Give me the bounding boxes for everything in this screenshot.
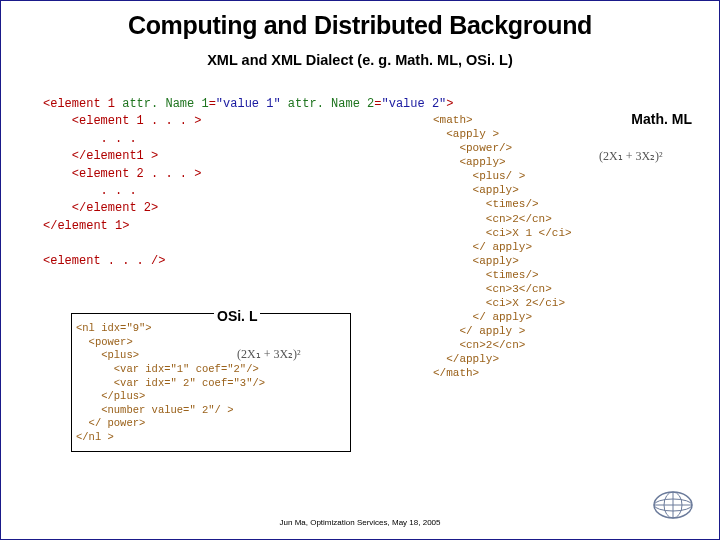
- mathml-code-block: <math> <apply > <power/> <apply> <plus/ …: [433, 113, 572, 380]
- osil-code-block: <nl idx="9"> <power> <plus> <var idx="1"…: [72, 314, 350, 451]
- globe-icon: [652, 489, 694, 521]
- slide-subtitle: XML and XML Dialect (e. g. Math. ML, OSi…: [1, 40, 719, 68]
- mathml-label: Math. ML: [631, 111, 692, 127]
- osil-box: <nl idx="9"> <power> <plus> <var idx="1"…: [71, 313, 351, 452]
- osil-formula: (2X₁ + 3X₂)²: [237, 347, 301, 362]
- slide-title: Computing and Distributed Background: [1, 1, 719, 40]
- xml-schema-block: <element 1 attr. Name 1="value 1" attr. …: [43, 96, 454, 270]
- slide-footer: Jun Ma, Optimization Services, May 18, 2…: [1, 518, 719, 527]
- osil-label: OSi. L: [214, 308, 260, 324]
- mathml-formula: (2X₁ + 3X₂)²: [599, 149, 663, 164]
